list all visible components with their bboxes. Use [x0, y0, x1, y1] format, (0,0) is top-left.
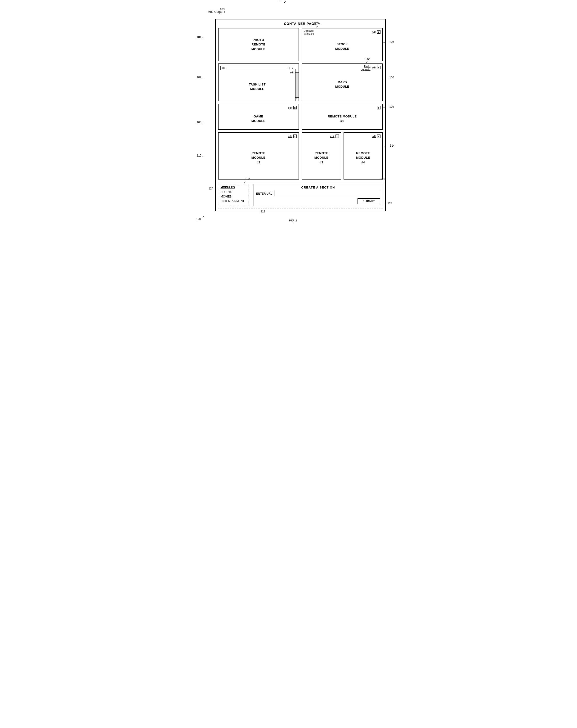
remote1-module: 108 ← x REMOTE MODULE#1	[302, 104, 383, 130]
upgrade-link[interactable]: Upgradeavailable	[304, 29, 314, 35]
remote4-module: edit x REMOTEMODULE#4	[344, 132, 383, 180]
stock-module: 105a ↙ 105 ← Upgradeavailable edit x STO…	[302, 28, 383, 61]
undo-upgrade-link[interactable]: Undoupgrade	[361, 65, 370, 71]
sidebar-item-entertainment[interactable]: ENTERTAINMENT	[221, 199, 246, 203]
remote1-close-button[interactable]: x	[377, 106, 381, 109]
remote4-toolbar: edit x	[346, 134, 381, 138]
bottom-section: 122 ↙ 124 → 112 126 128 ← MODULES SPORTS…	[218, 182, 383, 206]
figure-label: Fig. 2	[206, 218, 381, 222]
tasklist-module: <|< > x edit TASK LISTMODULE ▲ ▼	[218, 63, 299, 101]
create-section: CREATE A SECTION ENTER URL SUBMIT	[254, 184, 383, 206]
container-page-title: CONTAINER PAGE	[218, 22, 383, 26]
sidebar-title: MODULES	[221, 186, 246, 189]
scroll-down-btn[interactable]: ▼	[296, 98, 298, 101]
game-module-title: GAMEMODULE	[220, 110, 297, 127]
ref-122: 122	[245, 177, 250, 181]
sidebar-item-movies[interactable]: MOVIES	[221, 194, 246, 199]
remote4-module-title: REMOTEMODULE#4	[346, 138, 381, 177]
ref-105: 105	[389, 40, 394, 44]
sidebar-item-sports[interactable]: SPORTS	[221, 190, 246, 194]
remote2-edit-button[interactable]: edit	[288, 135, 292, 137]
submit-row: SUBMIT	[256, 198, 380, 204]
maps-edit-button[interactable]: edit	[372, 66, 376, 69]
stock-close-button[interactable]: x	[377, 30, 381, 34]
remote1-toolbar: x	[304, 106, 381, 109]
game-close-button[interactable]: x	[293, 106, 297, 109]
maps-close-button[interactable]: x	[377, 66, 381, 69]
tasklist-nav: <|< > x	[220, 66, 294, 70]
remote1-module-title: REMOTE MODULE#1	[304, 110, 381, 127]
create-section-title: CREATE A SECTION	[256, 186, 380, 189]
remote4-edit-button[interactable]: edit	[372, 135, 376, 137]
url-input[interactable]	[274, 191, 380, 196]
ref-114: 114	[390, 144, 394, 147]
remote3-close-button[interactable]: x	[336, 134, 339, 138]
game-module: edit x GAMEMODULE	[218, 104, 299, 130]
remote34-container: 114 ← edit x REMOTEMODULE#3 edit	[302, 132, 383, 180]
maps-module-title: MAPSMODULE	[304, 70, 381, 99]
stock-edit-button[interactable]: edit	[372, 30, 376, 33]
stock-module-title: STOCKMODULE	[304, 34, 381, 59]
remote2-toolbar: edit x	[220, 134, 297, 138]
ref-128: 128	[387, 202, 392, 205]
nav-left-btn[interactable]: <|<	[221, 67, 226, 70]
modules-sidebar: MODULES SPORTS MOVIES ENTERTAINMENT	[218, 184, 249, 205]
url-row: ENTER URL	[256, 191, 380, 196]
tasklist-close-button[interactable]: x	[292, 67, 293, 70]
upgrade-label: Upgradeavailable	[304, 29, 314, 35]
row4: edit x REMOTEMODULE#2 114 ← edit x	[218, 132, 383, 180]
remote2-module: edit x REMOTEMODULE#2	[218, 132, 299, 180]
ref-108: 108	[389, 105, 394, 108]
remote2-close-button[interactable]: x	[293, 134, 297, 138]
remote3-module-title: REMOTEMODULE#3	[304, 138, 339, 177]
ref-106a: 106a	[364, 57, 370, 61]
game-edit-button[interactable]: edit	[288, 106, 292, 109]
ref-105a: 105a	[314, 22, 321, 25]
stock-toolbar: edit x	[304, 30, 381, 34]
remote3-edit-button[interactable]: edit	[330, 135, 335, 137]
row2: <|< > x edit TASK LISTMODULE ▲ ▼	[218, 63, 383, 101]
nav-track	[226, 67, 288, 69]
remote3-module: edit x REMOTEMODULE#3	[302, 132, 341, 180]
remote3-toolbar: edit x	[304, 134, 339, 138]
dashed-bottom-line	[218, 208, 383, 208]
ref-106: 106	[389, 76, 394, 79]
undo-label: Undoupgrade	[361, 65, 370, 71]
tasklist-edit-button[interactable]: edit	[290, 71, 294, 74]
row1: PHOTOREMOTEMODULE 105a ↙ 105 ← Upgradeav…	[218, 28, 383, 61]
scroll-track	[295, 73, 298, 98]
ref-124: 124	[209, 187, 213, 190]
maps-module: 106a ↙ 106 ← Undoupgrade edit x MAPSMODU…	[302, 63, 383, 101]
photo-module-title: PHOTOREMOTEMODULE	[220, 30, 297, 59]
ref-112: 112	[261, 210, 265, 213]
nav-right-btn[interactable]: >	[289, 67, 290, 70]
page-wrapper: 100 ↙ 103 ↙ Add Content 101 → 102 → 104 …	[196, 5, 381, 222]
scroll-up-btn[interactable]: ▲	[296, 69, 298, 73]
photo-remote-module: PHOTOREMOTEMODULE	[218, 28, 299, 61]
container-page: CONTAINER PAGE PHOTOREMOTEMODULE 105a ↙ …	[215, 19, 386, 211]
submit-button[interactable]: SUBMIT	[358, 198, 380, 204]
row3: edit x GAMEMODULE 108 ← x REMOTE MODULE#…	[218, 104, 383, 130]
ref-100: 100	[277, 0, 282, 1]
remote4-close-button[interactable]: x	[377, 134, 381, 138]
url-label: ENTER URL	[256, 192, 272, 196]
ref-126: 126	[380, 177, 385, 181]
ref-120: 120	[196, 217, 201, 221]
add-content-link[interactable]: Add Content	[208, 10, 225, 14]
tasklist-module-title: TASK LISTMODULE	[220, 74, 294, 99]
game-toolbar: edit x	[220, 106, 297, 109]
remote2-module-title: REMOTEMODULE#2	[220, 138, 297, 177]
tasklist-scrollbar: ▲ ▼	[295, 69, 298, 101]
